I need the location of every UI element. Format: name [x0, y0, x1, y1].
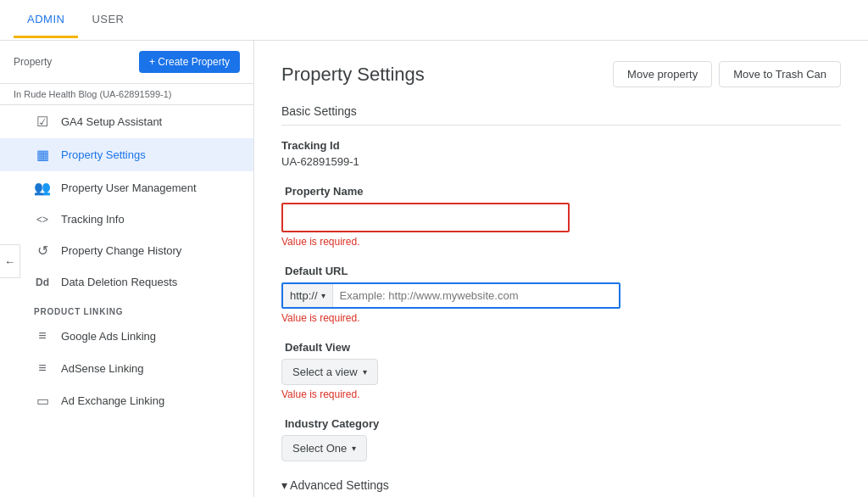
select-view-label: Select a view: [292, 366, 358, 378]
basic-settings-section: Basic Settings: [281, 104, 841, 126]
history-icon: ↺: [34, 243, 51, 259]
url-field-wrapper: http:// ▾: [281, 282, 620, 309]
chevron-down-icon: ▾: [352, 444, 356, 453]
sidebar-item-label: Ad Exchange Linking: [61, 394, 164, 407]
nav-user[interactable]: USER: [78, 3, 137, 38]
default-url-label: Default URL: [281, 265, 841, 277]
nav-admin[interactable]: ADMIN: [14, 3, 78, 38]
code-icon: <>: [34, 214, 51, 226]
sidebar-item-label: Data Deletion Requests: [61, 276, 177, 288]
product-linking-section-label: PRODUCT LINKING: [0, 297, 253, 320]
sidebar-item-label: Property User Management: [61, 181, 197, 194]
tracking-id-value: UA-62891599-1: [281, 155, 841, 168]
back-arrow-icon: ←: [4, 255, 15, 268]
select-one-label: Select One: [292, 442, 347, 455]
ad-exchange-icon: ▭: [34, 393, 51, 409]
default-view-label: Default View: [281, 341, 841, 354]
sidebar-toggle[interactable]: ←: [0, 244, 20, 278]
sidebar-item-ga4-setup[interactable]: ☑ GA4 Setup Assistant: [0, 105, 253, 138]
sidebar-item-adsense-linking[interactable]: ≡ AdSense Linking: [0, 352, 253, 384]
sidebar-item-label: Tracking Info: [61, 213, 125, 226]
app-layout: Property + Create Property In Rude Healt…: [0, 41, 868, 497]
main-content: Property Settings Move property Move to …: [254, 41, 868, 497]
tracking-id-field: Tracking Id UA-62891599-1: [281, 139, 841, 168]
default-url-group: Default URL http:// ▾ Value is required.: [281, 265, 841, 324]
sidebar-item-label: AdSense Linking: [61, 362, 144, 375]
sidebar-item-google-ads-linking[interactable]: ≡ Google Ads Linking: [0, 320, 253, 352]
sidebar-item-ad-exchange-linking[interactable]: ▭ Ad Exchange Linking: [0, 384, 253, 417]
default-view-group: Default View Select a view ▾ Value is re…: [281, 341, 841, 400]
property-label: Property: [14, 56, 52, 68]
advanced-settings-label: ▾ Advanced Settings: [281, 478, 389, 492]
property-name-group: Property Name Value is required.: [281, 185, 841, 248]
chevron-down-icon: ▾: [321, 291, 326, 300]
property-name-label: Property Name: [281, 185, 841, 198]
property-name-border: [281, 203, 570, 232]
property-settings-icon: ▦: [34, 147, 51, 163]
industry-category-label: Industry Category: [281, 417, 841, 430]
chevron-down-icon: ▾: [363, 367, 367, 377]
sidebar-item-label: GA4 Setup Assistant: [61, 115, 162, 128]
sidebar-item-property-change-history[interactable]: ↺ Property Change History: [0, 234, 253, 267]
sidebar: Property + Create Property In Rude Healt…: [0, 41, 254, 497]
sidebar-header: Property + Create Property: [0, 41, 253, 84]
industry-category-group: Industry Category Select One ▾: [281, 417, 841, 461]
sidebar-item-tracking-info[interactable]: <> Tracking Info: [0, 204, 253, 234]
ga4-icon: ☑: [34, 114, 51, 130]
sidebar-item-label: Property Change History: [61, 244, 181, 257]
users-icon: 👥: [34, 180, 51, 196]
adsense-icon: ≡: [34, 360, 51, 376]
select-one-dropdown[interactable]: Select One ▾: [281, 435, 367, 461]
main-header: Property Settings Move property Move to …: [281, 61, 841, 87]
property-name-error: Value is required.: [281, 236, 841, 248]
sidebar-item-data-deletion-requests[interactable]: Dd Data Deletion Requests: [0, 267, 253, 297]
sidebar-item-property-user-management[interactable]: 👥 Property User Management: [0, 171, 253, 204]
top-nav: ADMIN USER: [0, 0, 868, 41]
property-name-input[interactable]: [287, 208, 565, 227]
sidebar-item-label: Property Settings: [61, 148, 146, 161]
header-actions: Move property Move to Trash Can: [613, 61, 841, 87]
advanced-settings-toggle[interactable]: ▾ Advanced Settings: [281, 478, 841, 492]
url-protocol-dropdown[interactable]: http:// ▾: [283, 284, 333, 307]
default-view-error: Value is required.: [281, 388, 841, 400]
sidebar-context: In Rude Health Blog (UA-62891599-1): [0, 84, 253, 105]
move-to-trash-can-button[interactable]: Move to Trash Can: [719, 61, 841, 87]
page-title: Property Settings: [281, 64, 425, 86]
default-url-error: Value is required.: [281, 312, 841, 324]
tracking-id-label: Tracking Id: [281, 139, 841, 152]
select-view-dropdown[interactable]: Select a view ▾: [281, 359, 378, 385]
move-property-button[interactable]: Move property: [613, 61, 712, 87]
sidebar-item-property-settings[interactable]: ▦ Property Settings: [0, 138, 253, 171]
url-protocol-value: http://: [290, 289, 318, 302]
google-ads-icon: ≡: [34, 328, 51, 343]
url-input[interactable]: [333, 284, 619, 307]
create-property-button[interactable]: + Create Property: [139, 51, 240, 73]
data-deletion-icon: Dd: [34, 276, 51, 288]
sidebar-item-label: Google Ads Linking: [61, 330, 156, 343]
